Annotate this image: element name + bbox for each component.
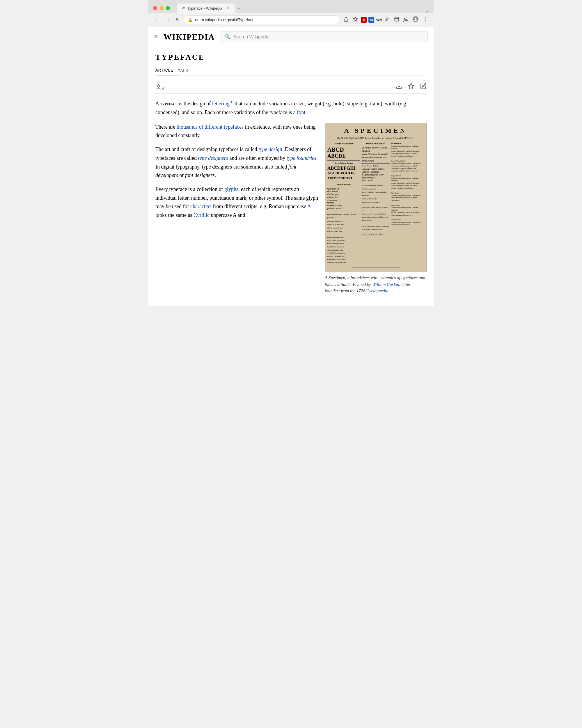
tab-close-button[interactable]: × bbox=[226, 6, 231, 10]
spec-text-1: Quousque tan-dem abutere,Catilina, pati-… bbox=[327, 187, 360, 210]
article-content: Typeface Article Talk 文A bbox=[149, 47, 433, 306]
title-bar: W Typeface - Wikipedia × + ⌄ bbox=[149, 0, 433, 13]
svg-marker-7 bbox=[408, 83, 414, 88]
spec-col3-text: Quousque tandem abutere, Catilina, patie… bbox=[391, 145, 424, 226]
tab-title: Typeface - Wikipedia bbox=[187, 6, 222, 10]
toolbar-right bbox=[396, 83, 427, 91]
font-designers-italic: font designers bbox=[185, 172, 215, 178]
type-foundries-link[interactable]: type foundries bbox=[287, 155, 316, 161]
bookmark-button[interactable] bbox=[351, 16, 359, 24]
hamburger-menu-button[interactable]: ≡ bbox=[154, 33, 158, 40]
spec-letters-4: ABCDEFGHIJK bbox=[327, 171, 360, 176]
glyphs-link[interactable]: glyphs bbox=[224, 186, 238, 192]
search-icon: 🔍 bbox=[225, 34, 231, 40]
content-with-image: There are thousands of different typefac… bbox=[155, 123, 427, 294]
specimen-columns: Double Pica Roman. ABCD ABCDE Great Prim… bbox=[327, 142, 424, 264]
article-title: Typeface bbox=[155, 53, 427, 62]
forward-button[interactable]: → bbox=[163, 16, 172, 24]
caption-italic: A Specimen bbox=[325, 276, 345, 280]
back-button[interactable]: ← bbox=[153, 16, 161, 24]
nav-icons: ✕ M NEW bbox=[342, 15, 429, 24]
svg-marker-0 bbox=[353, 17, 358, 21]
extensions-button[interactable] bbox=[393, 16, 400, 24]
share-button[interactable] bbox=[342, 16, 350, 24]
search-bar[interactable]: 🔍 Search Wikipedia bbox=[220, 31, 428, 42]
tab-talk[interactable]: Talk bbox=[178, 66, 193, 75]
thousands-typefaces-link[interactable]: thousands of different typefaces bbox=[177, 124, 243, 130]
type-design-link[interactable]: type design bbox=[258, 147, 282, 152]
spec-col3-head: Pica Italick. bbox=[391, 142, 424, 145]
intro-paragraph: A typeface is the design of lettering[1]… bbox=[155, 100, 427, 117]
spec-letters-5: ABCDEFGHIJKL bbox=[327, 176, 360, 181]
browser-tab[interactable]: W Typeface - Wikipedia × bbox=[177, 3, 235, 13]
svg-point-1 bbox=[404, 21, 404, 22]
svg-point-3 bbox=[415, 18, 417, 20]
spec-footer: ═══════════════════════════════════════ bbox=[327, 266, 424, 269]
profile-button[interactable] bbox=[412, 15, 420, 24]
svg-point-6 bbox=[425, 20, 426, 21]
refresh-button[interactable]: ↻ bbox=[174, 16, 181, 24]
extension-icon-2[interactable]: M bbox=[368, 17, 374, 23]
new-tab-button[interactable]: + bbox=[235, 4, 243, 13]
extension-icon-3[interactable]: NEW bbox=[376, 17, 382, 23]
svg-point-5 bbox=[425, 19, 426, 20]
address-text: en.m.wikipedia.org/wiki/Typeface bbox=[195, 18, 336, 22]
william-caslon-link[interactable]: William Caslon bbox=[372, 282, 399, 287]
specimen-col2: Double Pica Italick. Quousque abutere, C… bbox=[362, 142, 390, 264]
article-tabs: Article Talk bbox=[155, 66, 427, 75]
typeface-smallcaps: typeface bbox=[160, 101, 178, 107]
window-controls[interactable] bbox=[153, 6, 170, 10]
image-caption: A Specimen, a broadsheet with examples o… bbox=[325, 275, 427, 294]
article-toolbar: 文A bbox=[155, 80, 427, 94]
tab-chevron-icon: ⌄ bbox=[425, 8, 429, 13]
spec-heading-dp-italic: Double Pica Italick. bbox=[362, 142, 390, 146]
svg-point-4 bbox=[425, 17, 426, 18]
address-bar[interactable]: 🔒 en.m.wikipedia.org/wiki/Typeface bbox=[184, 16, 340, 24]
tab-article[interactable]: Article bbox=[155, 66, 178, 75]
image-column: A SPECIMEN By WILLIAM CASLON, Letter-Fou… bbox=[325, 123, 427, 294]
reader-mode-button[interactable] bbox=[383, 16, 391, 24]
content-area: ≡ Wikipedia 🔍 Search Wikipedia Typeface … bbox=[149, 27, 433, 306]
edit-button[interactable] bbox=[420, 83, 427, 91]
translate-icon: 文A bbox=[155, 83, 164, 90]
maximize-button[interactable] bbox=[166, 6, 170, 10]
star-button[interactable] bbox=[408, 83, 414, 91]
spec-text-gp-italic: Quousque tandem abutere, Catilina, l quo… bbox=[362, 168, 390, 182]
extension-icon-1[interactable]: ✕ bbox=[361, 17, 367, 23]
menu-button[interactable] bbox=[421, 16, 429, 24]
spec-heading-gp-italic: Great Primer Italick. bbox=[362, 164, 390, 168]
specimen-inner: A SPECIMEN By WILLIAM CASLON, Letter-Fou… bbox=[325, 123, 426, 272]
close-button[interactable] bbox=[153, 6, 157, 10]
wiki-header: ≡ Wikipedia 🔍 Search Wikipedia bbox=[149, 27, 433, 47]
spec-text-3: Quolque tandem abu-tere, Catilina, patie… bbox=[327, 236, 360, 264]
article-body: A typeface is the design of lettering[1]… bbox=[155, 100, 427, 294]
paragraph-2: There are thousands of different typefac… bbox=[155, 123, 319, 140]
citation-1: [1] bbox=[230, 100, 233, 104]
download-button[interactable] bbox=[396, 83, 402, 91]
spec-heading-1: Double Pica Roman. bbox=[327, 142, 360, 146]
specimen-col1: Double Pica Roman. ABCD ABCDE Great Prim… bbox=[327, 142, 360, 264]
specimen-title: A SPECIMEN bbox=[327, 126, 424, 136]
cast-button[interactable] bbox=[402, 16, 410, 24]
characters-link[interactable]: characters bbox=[190, 204, 212, 209]
specimen-image[interactable]: A SPECIMEN By WILLIAM CASLON, Letter-Fou… bbox=[325, 123, 427, 272]
cyrillic-link[interactable]: Cyrillic bbox=[193, 212, 210, 218]
letter-a-link[interactable]: A bbox=[307, 204, 311, 209]
spec-letters-1: ABCD bbox=[327, 146, 360, 153]
text-column: There are thousands of different typefac… bbox=[155, 123, 319, 294]
type-designers-link[interactable]: type designers bbox=[198, 155, 228, 161]
spec-heading-2: Great Primer Roman. bbox=[327, 161, 360, 165]
paragraph-4: Every typeface is a collection of glyphs… bbox=[155, 185, 319, 220]
tab-bar: W Typeface - Wikipedia × + ⌄ bbox=[177, 3, 429, 13]
cyclopaedia-link[interactable]: Cyclopaedia bbox=[366, 288, 389, 293]
article-intro: A typeface is the design of lettering[1]… bbox=[155, 100, 427, 117]
minimize-button[interactable] bbox=[159, 6, 163, 10]
lettering-link[interactable]: lettering bbox=[212, 101, 230, 107]
spec-text-2: Quousque tandem abutere, Catilina, patie… bbox=[327, 213, 360, 233]
lock-icon: 🔒 bbox=[188, 18, 193, 22]
specimen-col3: Pica Italick. Quousque tandem abutere, C… bbox=[391, 142, 424, 264]
navigation-bar: ← → ↻ 🔒 en.m.wikipedia.org/wiki/Typeface… bbox=[149, 13, 433, 27]
translate-button[interactable]: 文A bbox=[155, 82, 164, 91]
font-link[interactable]: font bbox=[297, 109, 305, 115]
spec-letters-3: ABCDEFGHI bbox=[327, 165, 360, 171]
